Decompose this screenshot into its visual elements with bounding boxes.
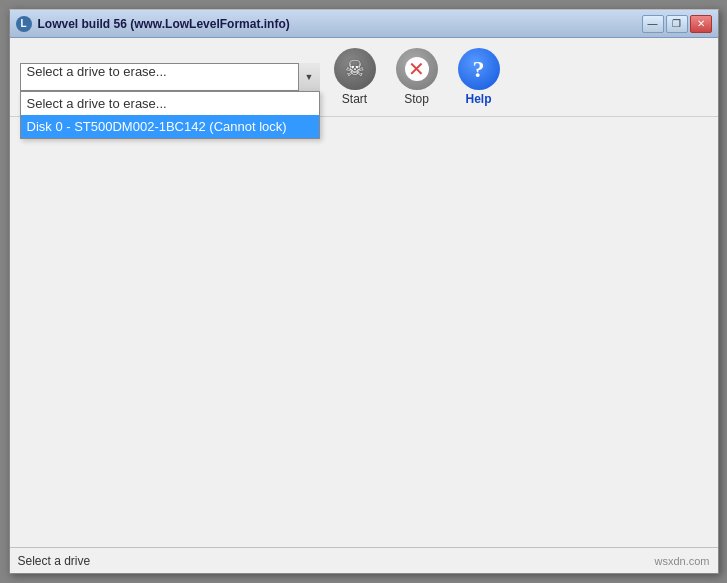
drive-select-wrapper: Select a drive to erase... ▼ Select a dr… xyxy=(20,63,320,91)
start-label: Start xyxy=(342,92,367,106)
main-window: L Lowvel build 56 (www.LowLevelFormat.in… xyxy=(9,9,719,574)
minimize-button[interactable]: — xyxy=(642,15,664,33)
start-button[interactable]: ☠ Start xyxy=(328,46,382,108)
stop-button[interactable]: ✕ Stop xyxy=(390,46,444,108)
stop-label: Stop xyxy=(404,92,429,106)
title-buttons: — ❐ ✕ xyxy=(642,15,712,33)
skull-icon: ☠ xyxy=(345,56,365,82)
dropdown-item-disk0[interactable]: Disk 0 - ST500DM002-1BC142 (Cannot lock) xyxy=(21,115,319,138)
stop-x-icon: ✕ xyxy=(405,57,429,81)
dropdown-item-placeholder[interactable]: Select a drive to erase... xyxy=(21,92,319,115)
help-icon-circle: ? xyxy=(458,48,500,90)
start-icon: ☠ xyxy=(334,48,376,90)
help-label: Help xyxy=(465,92,491,106)
status-credit: wsxdn.com xyxy=(654,555,709,567)
help-button[interactable]: ? Help xyxy=(452,46,506,108)
title-bar: L Lowvel build 56 (www.LowLevelFormat.in… xyxy=(10,10,718,38)
close-button[interactable]: ✕ xyxy=(690,15,712,33)
toolbar: Select a drive to erase... ▼ Select a dr… xyxy=(10,38,718,117)
window-title: Lowvel build 56 (www.LowLevelFormat.info… xyxy=(38,17,290,31)
drive-select-display[interactable]: Select a drive to erase... xyxy=(20,63,320,91)
status-text: Select a drive xyxy=(18,554,91,568)
status-bar: Select a drive wsxdn.com xyxy=(10,547,718,573)
drive-dropdown-list: Select a drive to erase... Disk 0 - ST50… xyxy=(20,91,320,139)
restore-button[interactable]: ❐ xyxy=(666,15,688,33)
title-bar-left: L Lowvel build 56 (www.LowLevelFormat.in… xyxy=(16,16,290,32)
help-question-icon: ? xyxy=(473,56,485,83)
app-icon: L xyxy=(16,16,32,32)
main-content xyxy=(10,117,718,547)
stop-icon-circle: ✕ xyxy=(396,48,438,90)
